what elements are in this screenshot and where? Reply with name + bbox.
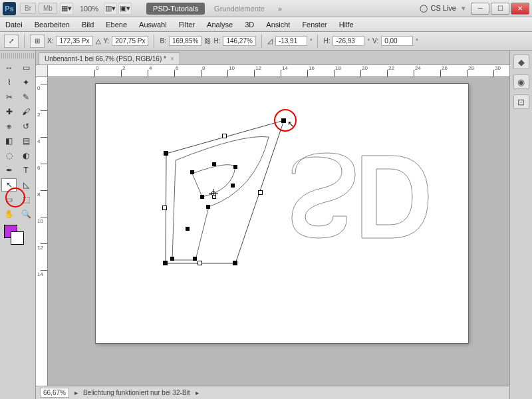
tool-crop[interactable]: ✂: [1, 90, 17, 104]
anchor[interactable]: [206, 205, 210, 209]
screen-icon[interactable]: ▣▾: [118, 3, 132, 15]
anchor[interactable]: [231, 184, 235, 188]
link-icon[interactable]: ⛓: [204, 37, 211, 45]
zoom-percent[interactable]: 100%: [80, 5, 98, 13]
menubar: DateiBearbeitenBildEbeneAuswahlFilterAna…: [0, 17, 532, 32]
menu-filter[interactable]: Filter: [179, 21, 195, 29]
options-bar: ⤢ ⊞ X: 172,35 Px △ Y: 207,75 Px B: 169,8…: [0, 32, 532, 51]
delta-icon: △: [96, 37, 101, 45]
handle-top-right[interactable]: [281, 118, 286, 123]
tool-wand[interactable]: ✦: [19, 76, 34, 89]
anchor[interactable]: [212, 195, 216, 199]
anchor[interactable]: [212, 162, 216, 166]
tool-move[interactable]: ↔: [1, 61, 17, 74]
y-value[interactable]: 207,75 Px: [112, 36, 148, 46]
arrange-icon[interactable]: ▥▾: [104, 3, 117, 15]
menu-bearbeiten[interactable]: Bearbeiten: [35, 21, 70, 29]
canvas[interactable]: ↖: [96, 84, 468, 343]
handle-bottom-right[interactable]: [233, 261, 237, 265]
hskew-value[interactable]: -26,93: [332, 36, 364, 46]
tool-history[interactable]: ↺: [19, 120, 34, 133]
menu-bild[interactable]: Bild: [82, 21, 94, 29]
tool-lasso[interactable]: ⌇: [1, 76, 17, 89]
anchor[interactable]: [200, 195, 204, 199]
transform-icon[interactable]: ⤢: [4, 35, 19, 48]
handle-top-mid[interactable]: [222, 134, 227, 138]
tool-marquee[interactable]: ▭: [19, 61, 34, 74]
color-swatches[interactable]: [1, 225, 34, 249]
w-label: B:: [160, 37, 166, 45]
tool-eraser[interactable]: ◧: [1, 134, 17, 148]
minimize-button[interactable]: ─: [471, 3, 489, 15]
ruler-vertical[interactable]: 02468101214: [36, 77, 48, 399]
tool-path-sel[interactable]: ↖: [1, 178, 17, 192]
grip-icon[interactable]: [1, 53, 34, 59]
anchor[interactable]: [170, 257, 174, 261]
handle-left-mid[interactable]: [162, 205, 167, 210]
tab-close-icon[interactable]: ×: [170, 55, 174, 63]
tool-stamp[interactable]: ⎈: [1, 120, 17, 133]
tool-eyedrop[interactable]: ✎: [19, 90, 34, 104]
h-value[interactable]: 146,27%: [223, 36, 255, 46]
workspace-active[interactable]: PSD-Tutorials: [146, 3, 205, 15]
vskew-value[interactable]: 0,00: [381, 36, 413, 46]
maximize-button[interactable]: ☐: [491, 3, 509, 15]
tool-pen[interactable]: ✒: [1, 164, 17, 177]
tool-dodge[interactable]: ◐: [19, 149, 34, 162]
menu-hilfe[interactable]: Hilfe: [339, 21, 354, 29]
handle-bottom-mid[interactable]: [198, 261, 202, 265]
minibridge-button[interactable]: Mb: [39, 3, 57, 14]
letter-d-path: [362, 156, 428, 238]
layout-icon[interactable]: ▦▾: [60, 3, 73, 15]
document-tab[interactable]: Unbenannt-1 bei 66,7% (PSD, RGB/16) * ×: [39, 53, 180, 65]
tool-brush[interactable]: 🖌: [19, 105, 34, 118]
anchor[interactable]: [186, 227, 190, 231]
menu-datei[interactable]: Datei: [5, 21, 23, 29]
tool-blur[interactable]: ◌: [1, 149, 17, 162]
tool-zoom[interactable]: 🔍: [19, 207, 34, 221]
angle-icon: ◿: [267, 37, 273, 45]
menu-ebene[interactable]: Ebene: [106, 21, 127, 29]
anchor[interactable]: [233, 165, 237, 169]
zoom-field[interactable]: 66,67%: [40, 388, 69, 398]
menu-3d[interactable]: 3D: [245, 21, 254, 29]
x-value[interactable]: 172,35 Px: [56, 36, 92, 46]
bridge-button[interactable]: Br: [20, 3, 36, 14]
cslive-button[interactable]: CS Live: [420, 4, 456, 13]
menu-auswahl[interactable]: Auswahl: [139, 21, 167, 29]
handle-top-left[interactable]: [164, 151, 168, 156]
tool-heal[interactable]: ✚: [1, 105, 17, 118]
color-panel-icon[interactable]: ◉: [513, 74, 529, 89]
anchor[interactable]: [193, 257, 197, 261]
close-button[interactable]: ✕: [511, 3, 529, 15]
ruler-horizontal[interactable]: 024681012141618202224262830: [48, 65, 509, 77]
tool-shape[interactable]: ▭: [1, 193, 17, 206]
workspace-inactive[interactable]: Grundelemente: [207, 3, 271, 15]
menu-ansicht[interactable]: Ansicht: [266, 21, 290, 29]
toolbox: ↔▭⌇✦✂✎✚🖌⎈↺◧▤◌◐✒T↖◺▭⬚✋🔍: [0, 51, 36, 399]
tool-direct[interactable]: ◺: [19, 178, 34, 192]
ruler-corner[interactable]: [36, 65, 48, 77]
canvas-area[interactable]: 024681012141618202224262830 02468101214: [36, 65, 509, 399]
handle-right-mid[interactable]: [258, 190, 263, 195]
anchor[interactable]: [190, 170, 194, 174]
handle-bottom-left[interactable]: [163, 261, 168, 265]
h-label: H:: [213, 37, 220, 45]
tool-3d[interactable]: ⬚: [19, 193, 34, 206]
background-swatch[interactable]: [11, 231, 24, 245]
menu-analyse[interactable]: Analyse: [207, 21, 233, 29]
tool-hand[interactable]: ✋: [1, 207, 17, 221]
vskew-label: V:: [372, 37, 378, 45]
tab-strip: Unbenannt-1 bei 66,7% (PSD, RGB/16) * ×: [36, 51, 509, 65]
tool-type[interactable]: T: [19, 164, 34, 177]
layers-panel-icon[interactable]: ◆: [513, 55, 529, 69]
angle-value[interactable]: -13,91: [275, 36, 307, 46]
tool-grad[interactable]: ▤: [19, 134, 34, 148]
nav-panel-icon[interactable]: ⊡: [513, 94, 529, 109]
w-value[interactable]: 169,85%: [169, 36, 201, 46]
chevron-right-icon[interactable]: »: [278, 5, 282, 13]
status-bar: 66,67% ▸ Belichtung funktioniert nur bei…: [36, 386, 509, 399]
app-logo-icon: Ps: [3, 2, 16, 15]
refpoint-icon[interactable]: ⊞: [30, 35, 45, 48]
menu-fenster[interactable]: Fenster: [302, 21, 327, 29]
